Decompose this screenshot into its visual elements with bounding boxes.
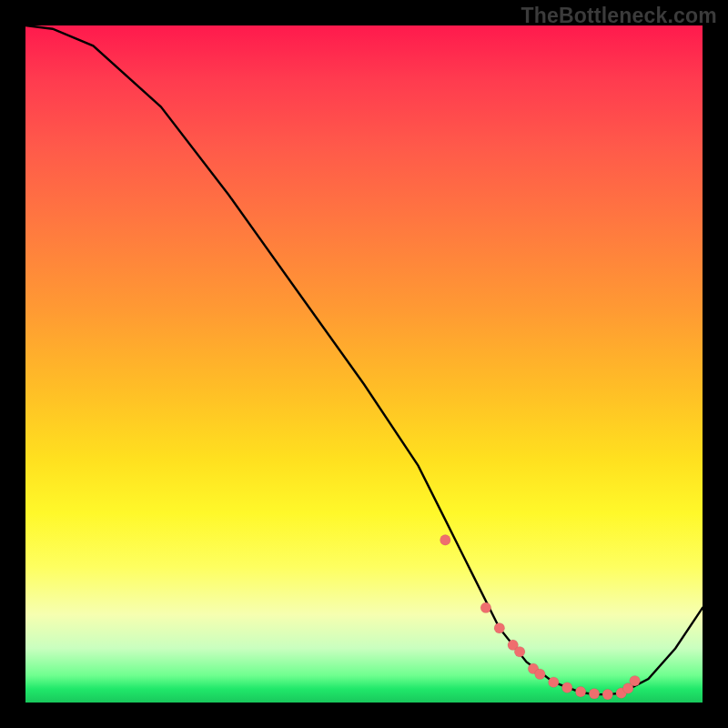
plot-area	[25, 25, 703, 703]
optimal-point	[589, 689, 600, 700]
optimal-point	[575, 686, 586, 697]
bottleneck-curve-path	[25, 25, 703, 694]
optimal-point	[535, 669, 546, 680]
chart-frame: TheBottleneck.com	[0, 0, 728, 728]
optimal-point	[480, 602, 491, 613]
optimal-point	[494, 622, 505, 633]
optimal-point	[549, 677, 560, 688]
optimal-points-group	[440, 535, 641, 700]
bottleneck-curve-svg	[25, 25, 703, 703]
optimal-point	[514, 646, 525, 657]
optimal-point	[561, 682, 572, 693]
optimal-point	[630, 675, 641, 686]
watermark-text: TheBottleneck.com	[521, 4, 717, 28]
optimal-point	[440, 535, 451, 546]
optimal-point	[602, 689, 613, 700]
